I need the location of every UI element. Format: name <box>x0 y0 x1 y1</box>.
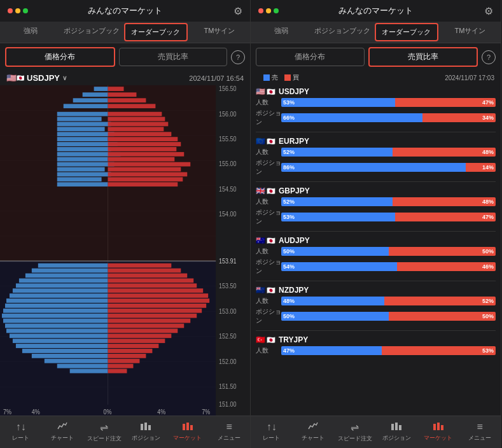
svg-rect-59 <box>16 283 108 288</box>
svg-rect-84 <box>108 298 210 303</box>
svg-rect-74 <box>45 359 108 363</box>
usdjpy-pos-bar: 66% 34% <box>281 113 496 122</box>
right-nav-speed[interactable]: ⇌ スピード注文 <box>334 419 376 445</box>
right-nav-position[interactable]: ポジション <box>376 419 418 445</box>
chart-header: 🇺🇸 🇯🇵 USDJPY ∨ 2024/11/07 16:54 <box>0 71 250 85</box>
right-window-dots <box>258 8 279 13</box>
chart-pair[interactable]: 🇺🇸 🇯🇵 USDJPY ∨ <box>6 73 67 83</box>
right-gear-icon[interactable]: ⚙ <box>484 5 493 17</box>
left-nav-market[interactable]: マーケット <box>167 419 209 445</box>
nzdjpy-pos-bar: 50% 50% <box>281 312 496 321</box>
nzdjpy-ninzu-label: 人数 <box>256 297 281 305</box>
right-header-title: みんなのマーケット <box>338 5 413 17</box>
left-nav-menu[interactable]: ≡ メニュー <box>209 419 251 445</box>
left-nav-speed[interactable]: ⇌ スピード注文 <box>83 419 125 445</box>
gbpjpy-ninzu-buy: 48% <box>393 197 496 206</box>
right-nav-market[interactable]: マーケット <box>417 419 459 445</box>
svg-rect-69 <box>10 333 108 338</box>
svg-rect-36 <box>108 98 146 102</box>
svg-text:4%: 4% <box>157 408 165 416</box>
right-tab-tmsign[interactable]: TMサイン <box>440 22 501 43</box>
svg-rect-35 <box>108 92 137 97</box>
left-nav-tabs: 強弱 ポジションブック オーダーブック TMサイン <box>0 22 250 43</box>
svg-rect-94 <box>108 349 153 353</box>
svg-rect-37 <box>108 104 156 108</box>
svg-rect-18 <box>64 104 108 108</box>
right-position-icon <box>391 421 402 433</box>
eurjpy-header: 🇪🇺 🇯🇵 EURJPY <box>256 137 496 146</box>
svg-text:4%: 4% <box>32 408 40 416</box>
svg-rect-124 <box>395 423 398 430</box>
eurjpy-ninzu-bar: 52% 48% <box>281 148 496 157</box>
left-nav-chart[interactable]: チャート <box>42 419 84 445</box>
right-nav-rate[interactable]: ↑↓ レート <box>251 419 293 445</box>
right-subtab-ratio[interactable]: 売買比率 <box>368 47 478 67</box>
right-nav-menu[interactable]: ≡ メニュー <box>459 419 501 445</box>
right-tab-kyojaku[interactable]: 強弱 <box>251 22 312 43</box>
audjpy-ninzu-label: 人数 <box>256 247 281 256</box>
svg-rect-48 <box>108 162 191 167</box>
left-nav-rate[interactable]: ↑↓ レート <box>0 419 42 445</box>
svg-rect-40 <box>108 122 169 127</box>
svg-rect-119 <box>148 425 151 430</box>
divider4 <box>256 281 496 281</box>
currency-tryjpy: 🇹🇷 🇯🇵 TRYJPY 人数 47% 53% <box>251 333 501 358</box>
left-subtab-ratio[interactable]: 売買比率 <box>119 48 228 66</box>
right-dot-red <box>258 8 263 13</box>
left-tab-position[interactable]: ポジションブック <box>61 22 122 43</box>
left-nav-position[interactable]: ポジション <box>125 419 167 445</box>
left-gear-icon[interactable]: ⚙ <box>234 5 242 17</box>
usdjpy-header: 🇺🇸 🇯🇵 USDJPY <box>256 87 496 96</box>
legend: 売 買 <box>257 72 305 83</box>
divider1 <box>256 132 496 132</box>
svg-rect-19 <box>57 112 108 116</box>
divider3 <box>256 231 496 232</box>
svg-text:152.50: 152.50 <box>219 333 236 340</box>
svg-rect-96 <box>108 359 140 363</box>
right-tab-position[interactable]: ポジションブック <box>312 22 373 43</box>
audjpy-pos-sell: 54% <box>281 262 397 271</box>
rate-label: レート <box>12 434 29 442</box>
pair-name: USDJPY <box>27 73 60 83</box>
left-tab-orderbook[interactable]: オーダーブック <box>124 23 188 41</box>
svg-text:153.91: 153.91 <box>219 257 236 265</box>
gbpjpy-name: GBPJPY <box>279 186 310 195</box>
left-subtab-price[interactable]: 価格分布 <box>5 47 115 67</box>
speed-icon: ⇌ <box>100 421 108 433</box>
svg-rect-76 <box>70 369 108 374</box>
right-help-button[interactable]: ? <box>482 50 496 64</box>
svg-rect-122 <box>190 425 193 430</box>
left-bottom-nav: ↑↓ レート チャート ⇌ スピード注文 ポジション マーケット ≡ <box>0 416 250 448</box>
tryjpy-flag1: 🇹🇷 <box>256 335 265 344</box>
svg-rect-79 <box>108 274 188 278</box>
svg-rect-42 <box>108 132 172 136</box>
svg-text:151.00: 151.00 <box>219 401 236 409</box>
dot-yellow <box>15 8 20 13</box>
audjpy-pos-label: ポジション <box>256 258 281 276</box>
nzdjpy-flag2: 🇯🇵 <box>267 286 275 295</box>
svg-rect-58 <box>19 279 108 283</box>
eurjpy-ninzu-label: 人数 <box>256 148 281 157</box>
svg-text:155.50: 155.50 <box>219 135 236 143</box>
gbpjpy-ninzu: 人数 52% 48% <box>256 197 496 206</box>
right-tab-orderbook[interactable]: オーダーブック <box>375 23 438 41</box>
tryjpy-name: TRYJPY <box>279 335 308 344</box>
flag-jp: 🇯🇵 <box>17 74 24 81</box>
currency-list[interactable]: 🇺🇸 🇯🇵 USDJPY 人数 53% 47% ポジション 66% 34% <box>251 85 501 416</box>
sell-label: 売 <box>272 73 278 82</box>
right-nav-chart[interactable]: チャート <box>293 419 335 445</box>
left-help-button[interactable]: ? <box>231 50 245 64</box>
right-subtab-price[interactable]: 価格分布 <box>256 48 365 66</box>
audjpy-flag1: 🇦🇺 <box>256 236 265 245</box>
currency-nzdjpy: 🇳🇿 🇯🇵 NZDJPY 人数 48% 52% ポジション 50% 50% <box>251 283 501 328</box>
svg-rect-41 <box>108 127 164 131</box>
right-datetime: 2024/11/07 17:03 <box>445 74 494 81</box>
svg-rect-85 <box>108 304 207 308</box>
right-header: みんなのマーケット ⚙ <box>251 0 501 22</box>
eurjpy-flag2: 🇯🇵 <box>267 137 275 146</box>
svg-text:156.00: 156.00 <box>219 110 236 118</box>
chart-icon <box>57 421 68 433</box>
left-tab-kyojaku[interactable]: 強弱 <box>0 22 61 43</box>
gbpjpy-ninzu-label: 人数 <box>256 197 281 206</box>
left-tab-tmsign[interactable]: TMサイン <box>189 22 250 43</box>
